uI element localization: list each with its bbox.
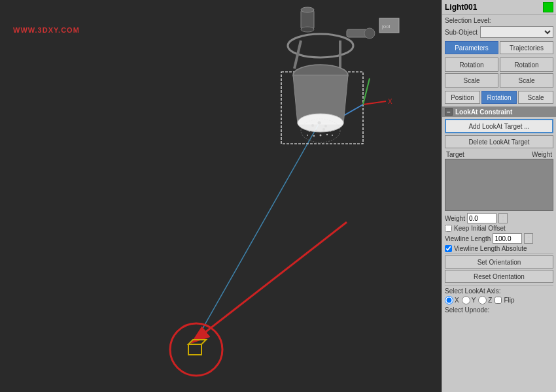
target-weight-header: Target Weight	[445, 150, 553, 159]
lookat-section-header: − LookAt Constraint	[442, 106, 556, 117]
viewline-length-input[interactable]	[493, 233, 522, 244]
select-upnode-label: Select Upnode:	[445, 306, 553, 314]
select-lookat-axis-label: Select LookAt Axis:	[445, 287, 553, 295]
ctrl-rotation-2[interactable]: Rotation	[500, 57, 553, 72]
svg-point-8	[364, 28, 375, 39]
axis-z-radio[interactable]	[478, 296, 487, 304]
axis-z-label[interactable]: Z	[478, 296, 492, 304]
target-col-label: Target	[446, 151, 464, 158]
set-orientation-button[interactable]: Set Orientation	[445, 255, 553, 269]
axis-row: X Y Z Flip	[445, 296, 553, 304]
viewline-length-label: Viewline Length	[445, 235, 491, 242]
prs-nav: Position Rotation Scale	[442, 90, 556, 105]
weight-label: Weight	[445, 215, 465, 222]
reset-orientation-button[interactable]: Reset Orientation	[445, 270, 553, 283]
svg-point-14	[293, 65, 348, 86]
svg-text:jool: jool	[381, 24, 391, 29]
svg-point-22	[309, 130, 311, 132]
keep-initial-offset-checkbox[interactable]	[445, 225, 452, 232]
section-collapse-btn[interactable]: −	[445, 108, 453, 116]
ctrl-rotation-1[interactable]: Rotation	[445, 57, 498, 72]
panel-green-button[interactable]	[543, 2, 553, 12]
viewline-length-row: Viewline Length ▲▼	[445, 233, 553, 244]
prs-scale[interactable]: Scale	[518, 91, 553, 104]
svg-point-33	[170, 323, 222, 376]
prs-rotation[interactable]: Rotation	[481, 91, 517, 104]
main-container: WWW.3DXY.COM X	[0, 0, 556, 392]
svg-rect-34	[188, 344, 201, 355]
flip-row: Flip	[495, 297, 514, 304]
axis-y-radio[interactable]	[462, 296, 470, 304]
axis-x-radio[interactable]	[445, 296, 453, 304]
ctrl-scale-2[interactable]: Scale	[500, 73, 553, 88]
viewport: WWW.3DXY.COM X	[0, 0, 442, 392]
svg-rect-4	[301, 10, 314, 29]
add-lookat-target-button[interactable]: Add LookAt Target ...	[445, 119, 553, 133]
viewline-absolute-label: Viewline Length Absolute	[454, 245, 527, 252]
selection-level-dropdown[interactable]	[480, 26, 553, 38]
flip-label: Flip	[504, 297, 514, 304]
svg-line-2	[294, 41, 301, 69]
tabs-row: Parameters Trajectories	[442, 40, 556, 56]
target-weight-list[interactable]	[445, 159, 553, 211]
svg-rect-29	[379, 18, 399, 33]
svg-line-10	[363, 101, 386, 105]
svg-line-32	[201, 222, 347, 335]
right-panel: Light001 Selection Level: Sub-Object Par…	[442, 0, 556, 392]
svg-line-0	[196, 121, 321, 340]
keep-initial-offset-row: Keep Initial Offset	[445, 225, 553, 232]
panel-title: Light001	[445, 3, 477, 12]
viewline-absolute-row: Viewline Length Absolute	[445, 245, 553, 252]
svg-point-19	[324, 125, 327, 127]
delete-lookat-target-button[interactable]: Delete LookAt Target	[445, 135, 553, 148]
weight-input[interactable]	[467, 213, 496, 223]
svg-text:X: X	[388, 98, 392, 105]
svg-point-18	[318, 122, 321, 125]
svg-point-24	[320, 135, 322, 137]
svg-point-23	[330, 130, 332, 132]
svg-point-26	[326, 134, 328, 135]
svg-marker-35	[188, 340, 206, 344]
tab-parameters[interactable]: Parameters	[445, 41, 498, 54]
weight-spinner[interactable]: ▲▼	[498, 213, 508, 223]
weight-col-label: Weight	[532, 151, 552, 158]
watermark: WWW.3DXY.COM	[13, 26, 80, 34]
sub-object-label: Sub-Object	[445, 29, 478, 36]
axis-y-label[interactable]: Y	[462, 296, 476, 304]
selection-level-label: Selection Level:	[445, 17, 491, 24]
scene-svg: X	[0, 0, 442, 392]
viewline-absolute-checkbox[interactable]	[445, 245, 452, 252]
lookat-content: Add LookAt Target ... Delete LookAt Targ…	[442, 117, 556, 317]
axis-x-label[interactable]: X	[445, 296, 459, 304]
lookat-section-label: LookAt Constraint	[455, 108, 512, 116]
tab-trajectories[interactable]: Trajectories	[500, 41, 553, 54]
flip-checkbox[interactable]	[495, 297, 502, 304]
svg-line-12	[363, 78, 370, 105]
prs-position[interactable]: Position	[445, 91, 480, 104]
svg-point-6	[301, 27, 314, 32]
svg-point-20	[315, 130, 317, 132]
svg-point-17	[311, 124, 314, 127]
svg-point-15	[298, 114, 343, 132]
svg-rect-7	[347, 29, 370, 37]
svg-point-21	[322, 128, 325, 131]
svg-point-25	[313, 135, 315, 137]
ctrl-scale-1[interactable]: Scale	[445, 73, 498, 88]
keep-initial-offset-label: Keep Initial Offset	[454, 225, 506, 232]
svg-point-27	[307, 135, 308, 136]
controllers-grid: Rotation Rotation Scale Scale	[442, 56, 556, 90]
svg-point-1	[288, 34, 353, 57]
panel-header: Light001	[442, 0, 556, 15]
viewline-length-spinner[interactable]: ▲▼	[524, 233, 533, 244]
svg-rect-9	[281, 72, 363, 144]
svg-line-13	[340, 105, 363, 118]
svg-point-28	[332, 135, 333, 136]
svg-point-16	[301, 119, 340, 142]
weight-row: Weight ▲▼	[445, 213, 553, 223]
selection-level-row: Selection Level:	[442, 15, 556, 26]
svg-point-5	[301, 7, 314, 12]
